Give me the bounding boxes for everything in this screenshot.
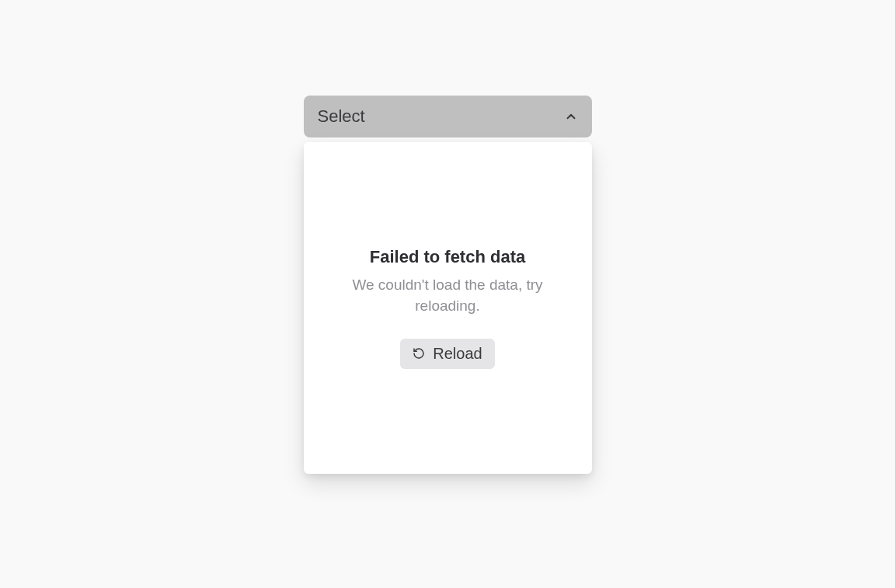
select-label: Select	[318, 106, 365, 127]
select-container: Select Failed to fetch data We couldn't …	[304, 96, 592, 588]
reload-button-label: Reload	[433, 345, 482, 363]
error-subtitle: We couldn't load the data, try reloading…	[335, 275, 560, 316]
error-title: Failed to fetch data	[370, 247, 525, 267]
reload-button[interactable]: Reload	[400, 339, 494, 369]
reload-icon	[413, 347, 425, 360]
chevron-up-icon	[564, 110, 578, 124]
select-trigger[interactable]: Select	[304, 96, 592, 137]
dropdown-panel: Failed to fetch data We couldn't load th…	[304, 142, 592, 474]
